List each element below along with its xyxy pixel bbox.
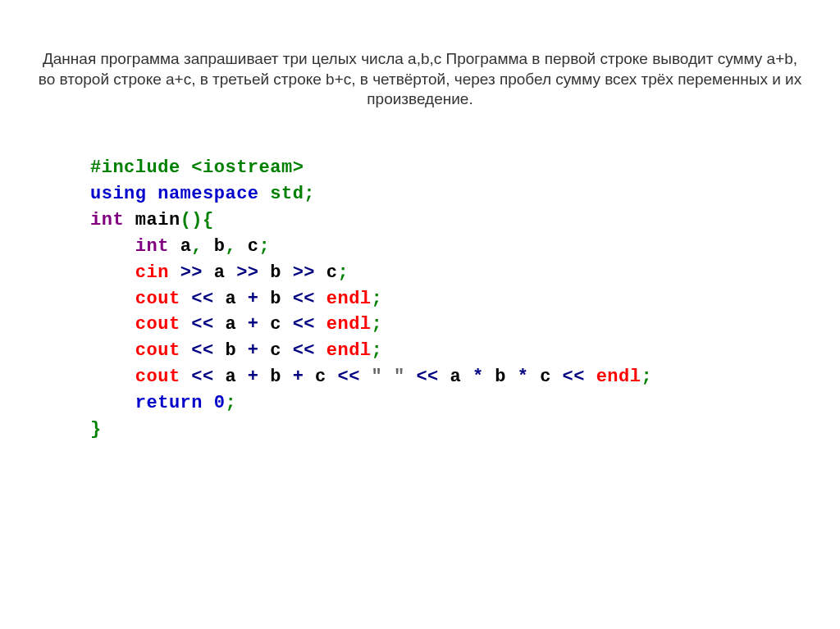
program-description: Данная программа запрашивает три целых ч… — [33, 49, 807, 110]
cout: cout — [135, 314, 180, 335]
op-plus: + — [248, 367, 259, 387]
op-extract: >> — [236, 262, 258, 283]
kw-return: return — [135, 393, 203, 413]
op-plus: + — [248, 289, 259, 309]
semi: ; — [372, 314, 383, 335]
semi: ; — [225, 393, 236, 413]
op-extract: >> — [180, 262, 203, 283]
cin: cin — [135, 262, 169, 283]
comma: , — [191, 236, 203, 257]
semi: ; — [372, 289, 383, 309]
type-int: int — [90, 210, 124, 230]
num-zero: 0 — [214, 393, 226, 413]
op-mul: * — [518, 367, 529, 387]
kw-std: std — [270, 184, 304, 204]
semi: ; — [304, 184, 315, 204]
var-b: b — [270, 289, 281, 309]
op-plus: + — [293, 367, 304, 387]
var-a: a — [225, 289, 236, 309]
var-c: c — [270, 314, 281, 335]
var-b: b — [214, 236, 226, 257]
cout: cout — [135, 340, 180, 361]
semi: ; — [259, 236, 271, 257]
fn-main: main — [135, 210, 180, 230]
var-a: a — [214, 262, 226, 283]
op-insert: << — [293, 340, 315, 361]
endl: endl — [326, 289, 372, 309]
op-insert: << — [563, 367, 585, 387]
op-insert: << — [293, 289, 315, 309]
op-insert: << — [191, 289, 213, 309]
op-mul: * — [472, 367, 484, 387]
var-b: b — [225, 340, 236, 361]
var-a: a — [225, 367, 236, 387]
string-literal: " " — [372, 367, 405, 387]
op-extract: >> — [293, 262, 315, 283]
preprocessor-line: #include <iostream> — [90, 157, 304, 178]
var-c: c — [315, 367, 326, 387]
op-insert: << — [191, 314, 213, 335]
endl: endl — [596, 367, 641, 387]
op-insert: << — [337, 367, 359, 387]
semi: ; — [372, 340, 383, 361]
var-c: c — [326, 262, 338, 283]
semi: ; — [641, 367, 652, 387]
var-a: a — [225, 314, 236, 335]
kw-using: using — [90, 184, 147, 204]
op-insert: << — [416, 367, 438, 387]
var-c: c — [248, 236, 259, 257]
var-a: a — [450, 367, 462, 387]
cout: cout — [135, 289, 180, 309]
kw-namespace: namespace — [158, 184, 258, 204]
cout: cout — [135, 367, 180, 387]
comma: , — [225, 236, 236, 257]
parens: () — [180, 210, 203, 230]
var-b: b — [270, 367, 281, 387]
open-brace: { — [203, 210, 214, 230]
op-insert: << — [191, 367, 213, 387]
op-insert: << — [191, 340, 213, 361]
close-brace: } — [90, 419, 102, 440]
code-block: #include <iostream> using namespace std;… — [90, 155, 840, 443]
var-c: c — [540, 367, 551, 387]
type-int: int — [135, 236, 169, 257]
endl: endl — [326, 314, 372, 335]
var-a: a — [180, 236, 192, 257]
op-plus: + — [248, 340, 259, 361]
semi: ; — [337, 262, 349, 283]
op-insert: << — [293, 314, 315, 335]
var-c: c — [270, 340, 281, 361]
var-b: b — [270, 262, 281, 283]
endl: endl — [326, 340, 372, 361]
op-plus: + — [248, 314, 259, 335]
var-b: b — [495, 367, 506, 387]
